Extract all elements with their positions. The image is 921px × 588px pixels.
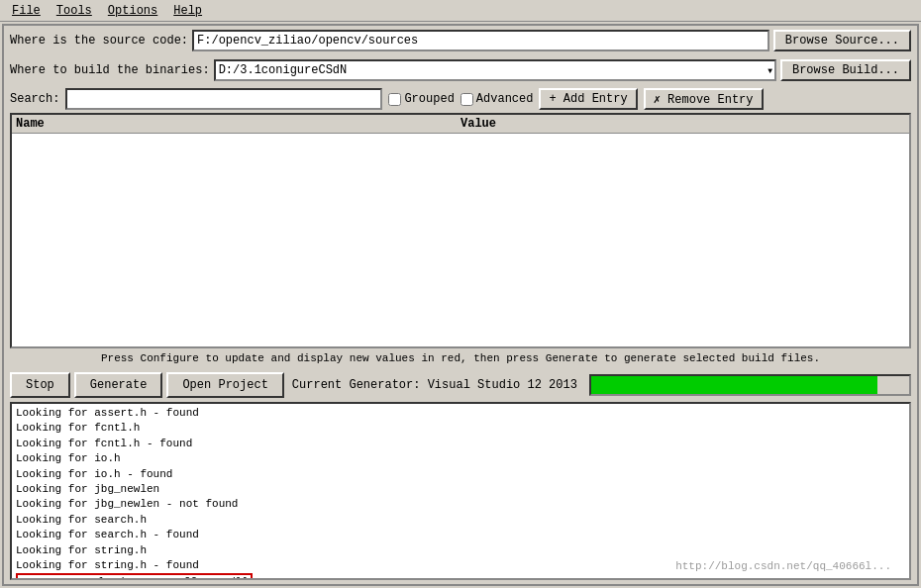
menu-file[interactable]: File	[4, 2, 49, 20]
advanced-checkbox[interactable]	[460, 93, 473, 106]
log-line: Looking for search.h - found	[16, 528, 905, 542]
source-label: Where is the source code:	[10, 34, 188, 48]
menu-help[interactable]: Help	[165, 2, 210, 20]
browse-source-button[interactable]: Browse Source...	[773, 30, 911, 51]
status-bar: Press Configure to update and display ne…	[10, 352, 911, 364]
log-content: Looking for assert.h - found Looking for…	[12, 404, 909, 580]
button-row: Stop Generate Open Project Current Gener…	[4, 368, 917, 402]
add-entry-button[interactable]: + Add Entry	[539, 88, 637, 110]
build-select[interactable]: D:/3.1conigureCSdN	[214, 59, 776, 81]
source-row: Where is the source code: Browse Source.…	[4, 26, 917, 55]
log-line: Looking for io.h - found	[16, 467, 905, 482]
table-body	[12, 134, 909, 346]
menu-bar: File Tools Options Help	[0, 0, 921, 22]
advanced-checkbox-label[interactable]: Advanced	[460, 92, 534, 106]
build-label: Where to build the binaries:	[10, 63, 210, 77]
config-table: Name Value	[10, 113, 911, 348]
log-line: Looking for jbg_newlen - not found	[16, 497, 905, 512]
generate-button[interactable]: Generate	[74, 372, 163, 398]
browse-build-button[interactable]: Browse Build...	[780, 59, 911, 81]
watermark: http://blog.csdn.net/qq_40666l...	[675, 560, 891, 572]
grouped-checkbox[interactable]	[388, 93, 401, 106]
generator-label: Current Generator: Visual Studio 12 2013	[292, 378, 577, 392]
advanced-label: Advanced	[476, 92, 534, 106]
log-line: Looking for fcntl.h - found	[16, 437, 905, 451]
col-value-header: Value	[460, 117, 905, 131]
source-input[interactable]	[192, 30, 769, 51]
log-line: Looking for jbg_newlen	[16, 482, 905, 497]
grouped-checkbox-label[interactable]: Grouped	[388, 92, 454, 106]
log-line: Looking for io.h	[16, 451, 905, 466]
highlight-text: FFMPEG: Download: opencv_ffmpeg.dll	[16, 573, 253, 580]
status-text: Press Configure to update and display ne…	[101, 352, 820, 364]
stop-button[interactable]: Stop	[10, 372, 70, 398]
progress-bar	[591, 376, 877, 394]
search-row: Search: Grouped Advanced + Add Entry ✗ R…	[4, 85, 917, 113]
log-line-highlighted: FFMPEG: Download: opencv_ffmpeg.dll	[16, 573, 905, 580]
build-row: Where to build the binaries: D:/3.1conig…	[4, 55, 917, 85]
log-line: Looking for assert.h - found	[16, 406, 905, 421]
log-line: Looking for search.h	[16, 513, 905, 528]
build-select-wrapper: D:/3.1conigureCSdN	[214, 59, 776, 81]
log-line: Looking for fcntl.h	[16, 421, 905, 436]
menu-options[interactable]: Options	[100, 2, 165, 20]
menu-tools[interactable]: Tools	[49, 2, 100, 20]
main-window: Where is the source code: Browse Source.…	[2, 24, 919, 586]
search-input[interactable]	[65, 88, 382, 110]
remove-entry-button[interactable]: ✗ Remove Entry	[644, 88, 764, 110]
table-header: Name Value	[12, 115, 909, 134]
open-project-button[interactable]: Open Project	[166, 372, 283, 398]
log-line: Looking for string.h	[16, 543, 905, 558]
grouped-label: Grouped	[404, 92, 454, 106]
search-label: Search:	[10, 92, 59, 106]
log-area[interactable]: Looking for assert.h - found Looking for…	[10, 402, 911, 580]
progress-container	[589, 374, 911, 396]
col-name-header: Name	[16, 117, 460, 131]
